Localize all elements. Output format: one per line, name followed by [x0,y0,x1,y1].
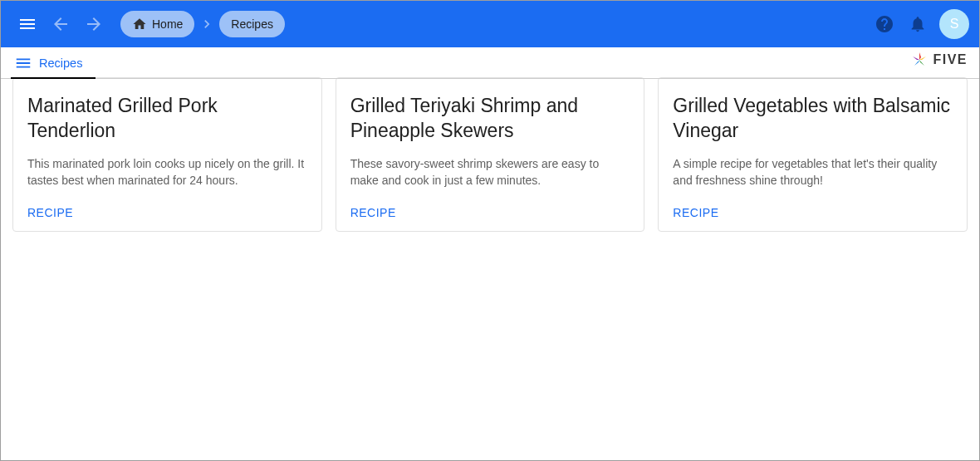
home-icon [132,17,147,32]
card-action-link[interactable]: RECIPE [673,206,953,219]
breadcrumb-home-label: Home [152,17,183,31]
card-desc: These savory-sweet shrimp skewers are ea… [350,155,630,191]
avatar[interactable]: S [939,9,969,39]
menu-icon [14,54,32,72]
card-row: Marinated Grilled Pork Tenderlion This m… [1,77,979,232]
chevron-right-icon [198,16,215,32]
tab-bar: Recipes FIVE [1,47,979,79]
card-desc: This marinated pork loin cooks up nicely… [27,155,307,191]
arrow-left-icon [51,14,71,34]
hamburger-icon [17,14,37,34]
avatar-initial: S [950,17,959,32]
nav-forward-button[interactable] [77,7,110,41]
app-bar: Home Recipes S [1,1,979,47]
notifications-button[interactable] [901,7,934,41]
tab-recipes[interactable]: Recipes [1,47,96,78]
recipe-card[interactable]: Grilled Teriyaki Shrimp and Pineapple Sk… [336,77,645,232]
card-title: Grilled Vegetables with Balsamic Vinegar [673,93,953,144]
help-icon [875,14,894,34]
brand-logo: FIVE [909,50,968,70]
recipe-card[interactable]: Grilled Vegetables with Balsamic Vinegar… [658,77,968,232]
card-title: Marinated Grilled Pork Tenderlion [27,93,307,144]
card-desc: A simple recipe for vegetables that let'… [673,155,953,191]
card-title: Grilled Teriyaki Shrimp and Pineapple Sk… [350,93,630,144]
breadcrumb-current[interactable]: Recipes [219,11,285,37]
help-button[interactable] [868,7,901,41]
card-action-link[interactable]: RECIPE [27,206,307,219]
breadcrumb-separator [198,16,216,32]
breadcrumb-home[interactable]: Home [120,11,194,37]
brand-name: FIVE [933,52,968,67]
breadcrumb-current-label: Recipes [231,17,273,31]
card-action-link[interactable]: RECIPE [350,206,630,219]
bell-icon [909,15,927,33]
arrow-right-icon [84,14,104,34]
menu-button[interactable] [11,7,44,41]
nav-back-button[interactable] [44,7,77,41]
tab-label: Recipes [39,56,82,70]
brand-mark-icon [909,50,929,70]
recipe-card[interactable]: Marinated Grilled Pork Tenderlion This m… [12,77,322,232]
